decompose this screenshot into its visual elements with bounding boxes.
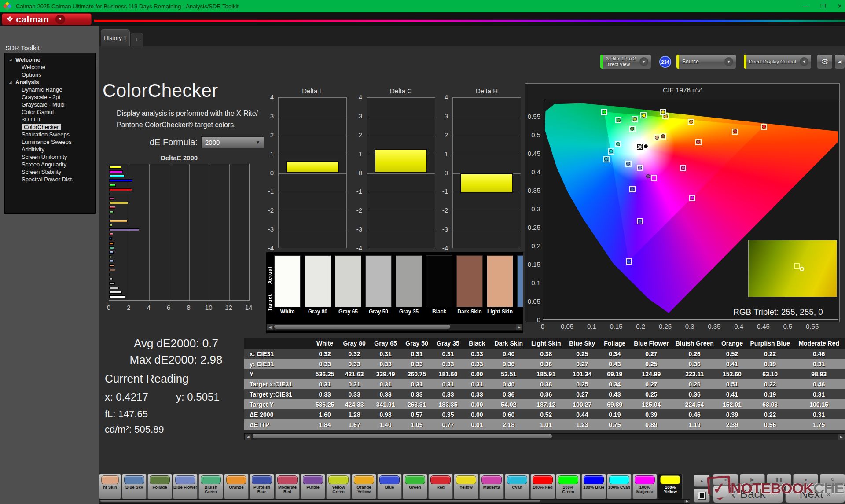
sidebar-item-options[interactable]: Options — [5, 71, 95, 78]
cell: 0.40 — [490, 379, 527, 389]
cell: 0.39 — [717, 409, 747, 419]
patch-gray-80[interactable] — [305, 255, 331, 307]
patch-blue[interactable] — [517, 255, 523, 307]
scrollbar-thumb[interactable] — [274, 325, 450, 329]
patch-button-blue-flower[interactable]: Blue Flower — [173, 474, 198, 499]
sidebar-item-welcome[interactable]: ◢Welcome — [5, 56, 95, 63]
transport-button[interactable]: ● — [793, 474, 818, 485]
patch-button-yellow-green[interactable]: Yellow Green — [326, 474, 351, 499]
patch-button-magenta[interactable]: Magenta — [479, 474, 504, 499]
logo-row: ❖ calman ▼ — [0, 12, 845, 26]
settings-button[interactable]: ⚙ — [817, 54, 833, 69]
scroll-left-icon[interactable]: ◀ — [267, 324, 273, 330]
source-dropdown[interactable]: Source ▼ — [676, 54, 736, 69]
patch-white[interactable] — [274, 255, 301, 307]
patch-strip-scrollbar[interactable]: ◀ ▶ — [266, 324, 523, 331]
next-button[interactable]: Next » — [785, 485, 845, 503]
add-tab-button[interactable]: + — [131, 33, 143, 46]
sidebar-item-analysis[interactable]: ◢Analysis — [5, 78, 95, 86]
patch-button-yellow[interactable]: Yellow — [454, 474, 478, 499]
patch-button-purple[interactable]: Purple — [301, 474, 325, 499]
patch-gray-35[interactable] — [396, 255, 422, 307]
minimize-icon[interactable]: — — [803, 3, 809, 10]
scroll-right-icon[interactable]: ▶ — [838, 434, 845, 440]
table-scrollbar[interactable]: ◀ ▶ — [244, 433, 845, 440]
transport-button[interactable]: ● — [713, 474, 738, 485]
patch-button-orange[interactable]: Orange — [224, 474, 249, 499]
patch-button-green[interactable]: Green — [403, 474, 427, 499]
patch-color — [405, 475, 425, 484]
scrollbar-thumb[interactable] — [100, 500, 540, 502]
patch-button-bluish-green[interactable]: Bluish Green — [198, 474, 223, 499]
patch-button-orange-yellow[interactable]: Orange Yellow — [352, 474, 376, 499]
sidebar-item-grayscale-2pt[interactable]: Grayscale - 2pt — [5, 93, 95, 101]
patch-black[interactable] — [426, 255, 452, 307]
sidebar-item-dynamic-range[interactable]: Dynamic Range — [5, 86, 95, 93]
patch-button-100-magenta[interactable]: 100% Magenta — [632, 474, 657, 499]
patch-button-100-yellow[interactable]: 100% Yellow — [658, 474, 683, 499]
patch-button-purplish-blue[interactable]: Purplish Blue — [250, 474, 274, 499]
strip-up-button[interactable]: ▲ — [694, 475, 710, 487]
calman-menu-button[interactable]: ❖ calman ▼ — [2, 13, 92, 25]
sidebar-item-grayscale-multi[interactable]: Grayscale - Multi — [5, 101, 95, 108]
cell: 1.01 — [527, 419, 565, 430]
close-icon[interactable]: ✕ — [837, 3, 842, 10]
scrollbar-thumb[interactable] — [253, 434, 552, 438]
transport-button[interactable]: ❚❚ — [767, 474, 792, 485]
tab-history-1[interactable]: History 1 — [101, 29, 130, 46]
transport-button[interactable]: ↻ — [820, 474, 845, 485]
arrow-up-icon: ▲ — [699, 478, 704, 483]
patch-button-blue-sky[interactable]: Blue Sky — [122, 474, 147, 499]
bottom-strip-scrollbar[interactable]: ▶ — [99, 499, 690, 504]
patch-button-ht-skin[interactable]: ht Skin — [99, 474, 121, 499]
meter-count-badge[interactable]: 234 — [659, 56, 671, 68]
patch-light-skin[interactable] — [487, 255, 513, 307]
sidebar-item-3d-lut[interactable]: 3D LUT — [5, 116, 95, 123]
cie-measured-bluish-green — [616, 142, 620, 146]
sidebar-item-welcome[interactable]: Welcome — [5, 63, 95, 71]
chevron-down-icon[interactable]: ▼ — [639, 57, 648, 66]
patch-button-100-cyan[interactable]: 100% Cyan — [607, 474, 632, 499]
x-tick: 0.25 — [656, 323, 675, 330]
patch-button-foliage[interactable]: Foliage — [147, 474, 172, 499]
y-tick: 1 — [262, 150, 274, 158]
sidebar-item-additivity[interactable]: Additivity — [5, 146, 95, 153]
sidebar-item-color-gamut[interactable]: Color Gamut — [5, 108, 95, 116]
patch-button-blue[interactable]: Blue — [377, 474, 402, 499]
stop-button[interactable] — [694, 489, 710, 503]
sidebar-item-saturation-sweeps[interactable]: Saturation Sweeps — [5, 131, 95, 138]
patch-button-red[interactable]: Red — [428, 474, 453, 499]
sidebar-item-spectral-power-dist[interactable]: Spectral Power Dist. — [5, 176, 95, 183]
maximize-icon[interactable]: ❒ — [820, 3, 826, 10]
collapse-panel-button[interactable]: ◀ — [834, 54, 845, 69]
patch-button-100-red[interactable]: 100% Red — [530, 474, 555, 499]
de-formula-select[interactable]: 2000 ▼ — [201, 136, 264, 148]
scroll-left-icon[interactable]: ◀ — [245, 434, 251, 440]
display-control-dropdown[interactable]: Direct Display Control ▼ — [743, 54, 812, 69]
x-tick: 0 — [533, 323, 552, 330]
transport-button[interactable]: ▶ — [740, 474, 765, 485]
delta-c-chart — [367, 97, 435, 248]
patch-gray-50[interactable] — [365, 255, 392, 307]
patch-gray-65[interactable] — [335, 255, 361, 307]
patch-dark-skin[interactable] — [456, 255, 483, 307]
scroll-right-icon[interactable]: ▶ — [516, 324, 522, 330]
patch-button-100-blue[interactable]: 100% Blue — [581, 474, 606, 499]
back-button[interactable]: ❮ Back — [713, 485, 783, 503]
cell: 0.36 — [490, 389, 527, 399]
meter-dropdown[interactable]: X-Rite i1Pro 2 Direct View ▼ — [600, 54, 651, 69]
sidebar-item-colorchecker[interactable]: ColorChecker — [5, 123, 95, 131]
chevron-down-icon[interactable]: ▼ — [55, 15, 65, 24]
sidebar-item-screen-stability[interactable]: Screen Stability — [5, 168, 95, 176]
chevron-down-icon[interactable]: ▼ — [724, 57, 733, 66]
sidebar-item-screen-uniformity[interactable]: Screen Uniformity — [5, 153, 95, 161]
sidebar-item-screen-angularity[interactable]: Screen Angularity — [5, 161, 95, 168]
x-tick: 10 — [202, 304, 215, 311]
patch-button-100-green[interactable]: 100% Green — [556, 474, 580, 499]
sidebar-item-luminance-sweeps[interactable]: Luminance Sweeps — [5, 138, 95, 146]
patch-button-cyan[interactable]: Cyan — [505, 474, 529, 499]
chevron-down-icon[interactable]: ▼ — [800, 57, 808, 66]
patch-button-moderate-red[interactable]: Moderate Red — [275, 474, 300, 499]
patch-button-label: 100% Magenta — [633, 485, 657, 494]
scroll-right-icon[interactable]: ▶ — [684, 500, 690, 503]
